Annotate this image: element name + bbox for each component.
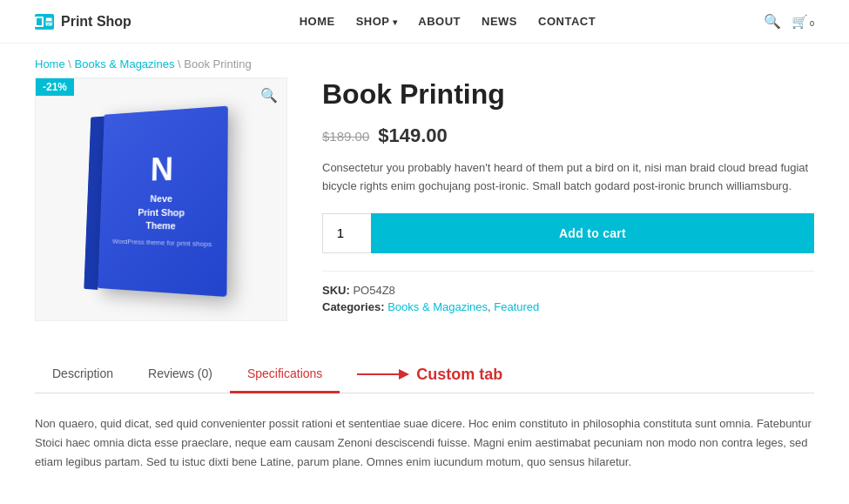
breadcrumb: Home \ Books & Magazines \ Book Printing: [0, 44, 849, 77]
quantity-input[interactable]: [322, 213, 371, 253]
svg-rect-4: [47, 24, 50, 25]
main-nav: HOME SHOP ABOUT NEWS CONTACT: [300, 15, 596, 28]
custom-tab-annotation: Custom tab: [357, 356, 502, 393]
sku-row: SKU: PO54Z8: [322, 284, 814, 297]
book-cover-subtitle: WordPress theme for print shops: [112, 237, 212, 248]
nav-home[interactable]: HOME: [300, 15, 335, 28]
product-meta: SKU: PO54Z8 Categories: Books & Magazine…: [322, 271, 814, 313]
add-to-cart-row: Add to cart: [322, 213, 814, 253]
header: Print Shop HOME SHOP ABOUT NEWS CONTACT …: [0, 0, 849, 44]
annotation-arrow: [357, 364, 409, 385]
categories-row: Categories: Books & Magazines, Featured: [322, 300, 814, 313]
old-price: $189.00: [322, 129, 369, 144]
discount-badge: -21%: [36, 78, 74, 96]
book-cover: N NevePrint ShopTheme WordPress theme fo…: [98, 106, 228, 298]
breadcrumb-current: Book Printing: [184, 57, 251, 71]
category-featured[interactable]: Featured: [494, 300, 539, 313]
nav-shop[interactable]: SHOP: [356, 15, 398, 28]
logo[interactable]: Print Shop: [35, 14, 131, 30]
custom-tab-label: Custom tab: [416, 366, 502, 384]
breadcrumb-home[interactable]: Home: [35, 57, 65, 71]
product-tabs: Description Reviews (0) Specifications C…: [35, 356, 814, 393]
categories-label: Categories:: [322, 300, 385, 313]
nav-contact[interactable]: CONTACT: [538, 15, 596, 28]
svg-rect-3: [47, 24, 51, 24]
printer-icon: [35, 14, 54, 30]
header-icons: 🔍 🛒 0: [764, 13, 814, 30]
product-image: N NevePrint ShopTheme WordPress theme fo…: [36, 78, 286, 320]
book-logo-n: N: [150, 153, 173, 186]
tab-content: Non quaero, quid dicat, sed quid conveni…: [35, 414, 814, 504]
breadcrumb-category[interactable]: Books & Magazines: [75, 57, 175, 71]
tab-paragraph-1: Non quaero, quid dicat, sed quid conveni…: [35, 414, 814, 472]
search-icon[interactable]: 🔍: [764, 13, 781, 30]
tab-specifications[interactable]: Specifications: [230, 356, 340, 393]
category-books[interactable]: Books & Magazines: [387, 300, 488, 313]
cart-icon-wrap[interactable]: 🛒 0: [792, 14, 814, 30]
categories-value: Books & Magazines, Featured: [387, 300, 539, 313]
product-description: Consectetur you probably haven't heard o…: [322, 159, 814, 196]
product-image-wrap: -21% 🔍 N NevePrint ShopTheme WordPress t…: [35, 77, 287, 321]
cart-count: 0: [810, 15, 814, 28]
tab-description[interactable]: Description: [35, 356, 131, 393]
nav-about[interactable]: ABOUT: [418, 15, 461, 28]
product-area: -21% 🔍 N NevePrint ShopTheme WordPress t…: [35, 77, 814, 321]
tab-paragraph-2: [35, 480, 814, 500]
breadcrumb-sep1: \: [68, 57, 74, 71]
main-content: -21% 🔍 N NevePrint ShopTheme WordPress t…: [0, 77, 849, 504]
zoom-icon[interactable]: 🔍: [260, 87, 278, 104]
logo-text: Print Shop: [61, 14, 131, 30]
nav-news[interactable]: NEWS: [482, 15, 517, 28]
product-title: Book Printing: [322, 77, 814, 111]
sku-label: SKU:: [322, 284, 350, 297]
cart-icon: 🛒: [792, 14, 808, 30]
svg-rect-1: [45, 17, 51, 20]
add-to-cart-button[interactable]: Add to cart: [371, 213, 814, 253]
new-price: $149.00: [378, 124, 448, 147]
book-cover-title: NevePrint ShopTheme: [138, 192, 185, 233]
book-3d: N NevePrint ShopTheme WordPress theme fo…: [82, 104, 246, 308]
sku-value: PO54Z8: [353, 284, 394, 297]
svg-marker-6: [399, 369, 409, 380]
price-wrap: $189.00 $149.00: [322, 124, 814, 147]
tab-reviews[interactable]: Reviews (0): [131, 356, 230, 393]
product-details: Book Printing $189.00 $149.00 Consectetu…: [322, 77, 814, 321]
